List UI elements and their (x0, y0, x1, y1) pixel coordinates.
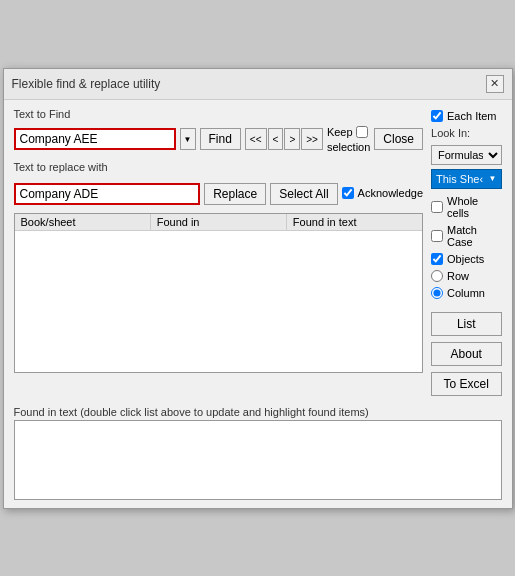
keep-label: Keep (327, 126, 353, 138)
nav-last-button[interactable]: >> (301, 128, 323, 150)
keep-selection-group: Keep selection (327, 126, 370, 153)
window-title: Flexible find & replace utility (12, 77, 161, 91)
formulas-dropdown[interactable]: Formulas (431, 145, 501, 165)
whole-cells-checkbox[interactable] (431, 201, 443, 213)
found-text-box[interactable] (14, 420, 502, 500)
objects-checkbox[interactable] (431, 253, 443, 265)
keep-sel-row: Keep (327, 126, 368, 138)
replace-button[interactable]: Replace (204, 183, 266, 205)
find-button[interactable]: Find (200, 128, 241, 150)
about-button[interactable]: About (431, 342, 501, 366)
objects-group: Objects (431, 253, 501, 265)
each-item-label: Each Item (447, 110, 497, 122)
match-case-group: Match Case (431, 224, 501, 248)
find-combo-arrow[interactable]: ▼ (180, 128, 196, 150)
whole-cells-group: Whole cells (431, 195, 501, 219)
keep-selection-checkbox[interactable] (356, 126, 368, 138)
replace-row: Replace Select All Acknowledge (14, 183, 424, 205)
bottom-section: Found in text (double click list above t… (4, 406, 512, 508)
each-item-checkbox[interactable] (431, 110, 443, 122)
col-booksheet: Book/sheet (15, 214, 151, 230)
main-window: Flexible find & replace utility ✕ Text t… (3, 68, 513, 509)
this-sheet-arrow: ▼ (489, 174, 497, 183)
window-close-button[interactable]: ✕ (486, 75, 504, 93)
col-found-in-text: Found in text (287, 214, 422, 230)
nav-buttons: << < > >> (245, 128, 323, 150)
each-item-group: Each Item (431, 110, 501, 122)
match-case-label: Match Case (447, 224, 501, 248)
close-button[interactable]: Close (374, 128, 423, 150)
left-panel: Text to Find ▼ Find << < > >> Keep selec… (14, 108, 424, 398)
main-content: Text to Find ▼ Find << < > >> Keep selec… (4, 100, 512, 406)
right-panel: Each Item Look In: Formulas This She‹ ▼ … (431, 108, 501, 398)
row-radio[interactable] (431, 270, 443, 282)
find-row: ▼ Find << < > >> Keep selection Close (14, 126, 424, 153)
find-input[interactable] (14, 128, 176, 150)
nav-prev-button[interactable]: < (268, 128, 284, 150)
acknowledge-checkbox[interactable] (342, 187, 354, 199)
find-label: Text to Find (14, 108, 424, 120)
selection-label: selection (327, 141, 370, 153)
table-header: Book/sheet Found in Found in text (15, 214, 423, 231)
acknowledge-group: Acknowledge (342, 187, 423, 199)
nav-next-button[interactable]: > (284, 128, 300, 150)
acknowledge-label: Acknowledge (358, 187, 423, 199)
row-group: Row (431, 270, 501, 282)
match-case-checkbox[interactable] (431, 230, 443, 242)
results-table[interactable]: Book/sheet Found in Found in text (14, 213, 424, 373)
column-label: Column (447, 287, 485, 299)
title-bar: Flexible find & replace utility ✕ (4, 69, 512, 100)
row-label: Row (447, 270, 469, 282)
replace-input[interactable] (14, 183, 201, 205)
look-in-label: Look In: (431, 127, 501, 139)
objects-label: Objects (447, 253, 484, 265)
this-sheet-button[interactable]: This She‹ ▼ (431, 169, 501, 189)
column-radio[interactable] (431, 287, 443, 299)
this-sheet-label: This She‹ (436, 173, 483, 185)
col-found-in: Found in (151, 214, 287, 230)
nav-first-button[interactable]: << (245, 128, 267, 150)
replace-label: Text to replace with (14, 161, 424, 173)
whole-cells-label: Whole cells (447, 195, 501, 219)
list-button[interactable]: List (431, 312, 501, 336)
select-all-button[interactable]: Select All (270, 183, 337, 205)
to-excel-button[interactable]: To Excel (431, 372, 501, 396)
column-group: Column (431, 287, 501, 299)
found-text-label: Found in text (double click list above t… (14, 406, 502, 418)
